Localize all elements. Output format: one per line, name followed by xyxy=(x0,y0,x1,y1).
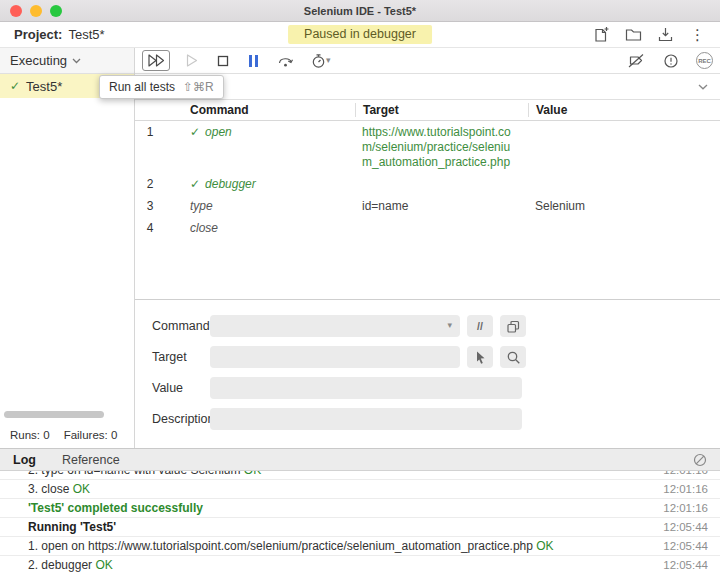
chevron-down-icon[interactable] xyxy=(698,84,708,90)
stopwatch-icon xyxy=(311,53,326,69)
log-entry: 3. close OK12:01:16 xyxy=(0,480,720,499)
log-panel: Log Reference 2. type on id=name with va… xyxy=(0,448,720,573)
pause-icon xyxy=(247,55,260,67)
step-command: ✓open xyxy=(165,125,355,170)
test-editor-panel: ▾ REC xyxy=(135,48,720,448)
value-field-label: Value xyxy=(152,381,210,395)
open-in-new-window-button[interactable] xyxy=(500,315,526,337)
log-entry-text: 1. open on https://www.tutorialspoint.co… xyxy=(28,539,663,553)
pause-on-exceptions-button[interactable] xyxy=(661,52,681,70)
step-command-name: open xyxy=(205,125,232,140)
rec-label: REC xyxy=(698,58,711,64)
step-row[interactable]: 1✓openhttps://www.tutorialspoint.com/sel… xyxy=(135,121,720,173)
target-input[interactable] xyxy=(210,346,460,368)
close-window-button[interactable] xyxy=(10,5,22,17)
project-header: Project: Test5* Paused in debugger xyxy=(0,22,720,48)
zoom-window-button[interactable] xyxy=(50,5,62,17)
pause-button[interactable] xyxy=(245,54,262,68)
column-header-target: Target xyxy=(355,103,528,117)
clear-log-icon xyxy=(693,453,707,467)
titlebar: Selenium IDE - Test5* xyxy=(0,0,720,22)
step-passed-icon: ✓ xyxy=(190,125,200,140)
step-command-name: close xyxy=(190,221,218,236)
folder-icon xyxy=(625,26,642,43)
steps-table-header: Command Target Value xyxy=(135,100,720,121)
log-entry-timestamp: 12:01:16 xyxy=(663,471,708,476)
column-header-command: Command xyxy=(165,103,355,117)
play-icon xyxy=(185,53,199,68)
log-entry-timestamp: 12:05:44 xyxy=(663,540,708,552)
step-over-button[interactable] xyxy=(275,52,296,69)
disable-breakpoints-button[interactable] xyxy=(626,52,646,69)
log-entry: 2. type on id=name with value Selenium O… xyxy=(0,471,720,480)
steps-body: 1✓openhttps://www.tutorialspoint.com/sel… xyxy=(135,121,720,300)
select-target-button[interactable] xyxy=(467,346,493,368)
playback-toolbar: ▾ REC xyxy=(135,48,720,74)
step-target xyxy=(355,177,528,192)
log-entries: 2. type on id=name with value Selenium O… xyxy=(0,471,720,573)
log-entry-text: 'Test5' completed successfully xyxy=(28,501,663,515)
toggle-comment-button[interactable]: // xyxy=(467,315,493,337)
step-target: id=name xyxy=(355,199,528,214)
project-label: Project: xyxy=(14,27,62,42)
step-command: close xyxy=(165,221,355,236)
chevron-down-icon xyxy=(72,58,81,64)
tests-sidebar: Executing ✓ Test5* Runs: 0 Failures: 0 xyxy=(0,48,135,448)
log-entry-ok-status: OK xyxy=(69,482,90,496)
stop-button[interactable] xyxy=(214,53,232,69)
clear-log-button[interactable] xyxy=(693,453,707,467)
step-row[interactable]: 4close xyxy=(135,217,720,239)
log-tabs: Log Reference xyxy=(0,449,720,471)
step-command-name: debugger xyxy=(205,177,256,192)
tab-log[interactable]: Log xyxy=(13,453,36,467)
log-entry-text: Running 'Test5' xyxy=(28,520,663,534)
test-speed-button[interactable]: ▾ xyxy=(309,52,333,70)
new-file-icon xyxy=(593,26,610,43)
comment-slashes-icon: // xyxy=(477,320,483,332)
open-project-button[interactable] xyxy=(625,26,642,43)
step-row[interactable]: 2✓debugger xyxy=(135,173,720,195)
run-all-tooltip: Run all tests ⇧⌘R xyxy=(99,75,224,99)
step-target: https://www.tutorialspoint.com/selenium/… xyxy=(355,125,528,170)
find-target-button[interactable] xyxy=(500,346,526,368)
header-actions: ⋮ xyxy=(593,26,706,43)
command-editor: Command ▾ // Target xyxy=(135,300,720,448)
more-actions-button[interactable]: ⋮ xyxy=(689,26,706,43)
stop-icon xyxy=(216,54,230,68)
run-current-test-button[interactable] xyxy=(183,52,201,69)
record-button[interactable]: REC xyxy=(696,52,713,69)
log-entry-ok-status: OK xyxy=(240,471,261,477)
step-number: 1 xyxy=(135,125,165,170)
sidebar-horizontal-scrollbar[interactable] xyxy=(4,411,104,418)
log-entry: 'Test5' completed successfully12:01:16 xyxy=(0,499,720,518)
value-input[interactable] xyxy=(210,377,522,399)
description-input[interactable] xyxy=(210,408,522,430)
save-icon xyxy=(657,26,674,43)
windows-icon xyxy=(506,319,521,334)
project-name: Test5* xyxy=(68,27,104,42)
paused-in-debugger-badge[interactable]: Paused in debugger xyxy=(288,25,432,44)
step-row[interactable]: 3typeid=nameSelenium xyxy=(135,195,720,217)
command-select[interactable]: ▾ xyxy=(210,315,460,337)
run-all-icon xyxy=(147,53,165,68)
tab-reference[interactable]: Reference xyxy=(62,453,120,467)
value-field-row: Value xyxy=(152,377,720,399)
log-entry-timestamp: 12:01:16 xyxy=(663,502,708,514)
step-command-name: type xyxy=(190,199,213,214)
toolbar-right: REC xyxy=(626,52,713,70)
step-passed-icon: ✓ xyxy=(190,177,200,192)
run-stats: Runs: 0 Failures: 0 xyxy=(10,429,117,441)
step-command: ✓debugger xyxy=(165,177,355,192)
save-project-button[interactable] xyxy=(657,26,674,43)
log-entry-text: 2. type on id=name with value Selenium O… xyxy=(28,471,663,477)
content-area: Executing ✓ Test5* Runs: 0 Failures: 0 xyxy=(0,48,720,448)
tests-view-dropdown[interactable]: Executing xyxy=(0,48,134,74)
log-entry-ok-status: OK xyxy=(92,558,113,572)
minimize-window-button[interactable] xyxy=(30,5,42,17)
log-entry-text: 3. close OK xyxy=(28,482,663,496)
step-number: 4 xyxy=(135,221,165,236)
run-all-tests-button[interactable] xyxy=(142,50,170,71)
url-input[interactable] xyxy=(147,79,698,94)
log-entry: Running 'Test5'12:05:44 xyxy=(0,518,720,537)
new-project-button[interactable] xyxy=(593,26,610,43)
